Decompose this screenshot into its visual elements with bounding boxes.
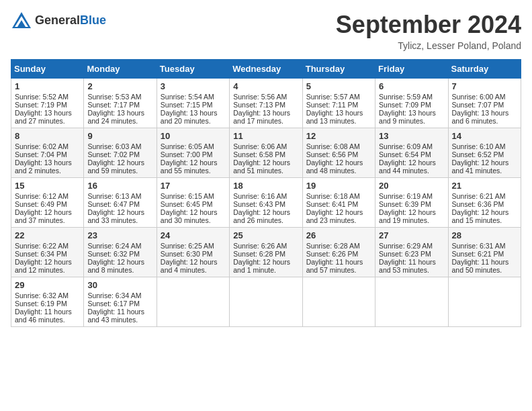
day-number: 28 (452, 230, 517, 240)
day-number: 6 (379, 81, 444, 91)
day-number: 3 (161, 81, 226, 91)
sunset: Sunset: 7:15 PM (161, 101, 213, 109)
sunrise: Sunrise: 6:24 AM (87, 242, 141, 250)
day-number: 27 (379, 230, 444, 240)
day-number: 30 (87, 280, 152, 290)
daylight: Daylight: 13 hours and 2 minutes. (15, 158, 72, 175)
sunrise: Sunrise: 6:29 AM (379, 242, 433, 250)
calendar-cell: 16Sunrise: 6:13 AMSunset: 6:47 PMDayligh… (84, 178, 157, 228)
sunset: Sunset: 7:11 PM (306, 101, 359, 109)
sunset: Sunset: 6:34 PM (15, 250, 67, 258)
calendar-cell: 11Sunrise: 6:06 AMSunset: 6:58 PMDayligh… (230, 128, 302, 178)
daylight: Daylight: 11 hours and 46 minutes. (15, 308, 72, 324)
daylight: Daylight: 12 hours and 55 minutes. (161, 158, 218, 175)
sunset: Sunset: 6:17 PM (87, 300, 140, 308)
calendar-cell: 26Sunrise: 6:28 AMSunset: 6:26 PMDayligh… (302, 228, 375, 277)
calendar-cell: 30Sunrise: 6:34 AMSunset: 6:17 PMDayligh… (84, 277, 157, 327)
sunrise: Sunrise: 5:57 AM (306, 93, 360, 101)
day-number: 1 (15, 81, 80, 91)
sunrise: Sunrise: 6:13 AM (87, 192, 141, 200)
sunset: Sunset: 7:04 PM (15, 150, 67, 158)
calendar-cell: 1Sunrise: 5:52 AMSunset: 7:19 PMDaylight… (11, 79, 84, 128)
daylight: Daylight: 12 hours and 33 minutes. (87, 208, 144, 224)
logo-general: General (35, 13, 80, 28)
calendar-cell: 7Sunrise: 6:00 AMSunset: 7:07 PMDaylight… (448, 79, 521, 128)
calendar-cell (302, 277, 375, 327)
day-number: 2 (87, 81, 152, 91)
sunset: Sunset: 7:07 PM (452, 101, 504, 109)
daylight: Daylight: 13 hours and 17 minutes. (233, 109, 290, 125)
calendar-cell: 24Sunrise: 6:25 AMSunset: 6:30 PMDayligh… (157, 228, 229, 277)
location: Tylicz, Lesser Poland, Poland (336, 40, 521, 51)
sunrise: Sunrise: 6:09 AM (379, 142, 433, 150)
col-saturday: Saturday (448, 60, 521, 79)
sunset: Sunset: 6:58 PM (233, 150, 285, 158)
sunset: Sunset: 6:26 PM (306, 250, 359, 258)
day-number: 11 (233, 131, 298, 141)
daylight: Daylight: 13 hours and 20 minutes. (161, 109, 218, 125)
calendar-cell: 25Sunrise: 6:26 AMSunset: 6:28 PMDayligh… (230, 228, 302, 277)
daylight: Daylight: 12 hours and 41 minutes. (452, 158, 509, 175)
daylight: Daylight: 12 hours and 12 minutes. (15, 258, 72, 274)
daylight: Daylight: 13 hours and 13 minutes. (306, 109, 363, 125)
sunrise: Sunrise: 6:34 AM (87, 291, 141, 300)
calendar-cell: 15Sunrise: 6:12 AMSunset: 6:49 PMDayligh… (11, 178, 84, 228)
day-number: 22 (15, 230, 80, 240)
sunset: Sunset: 6:23 PM (379, 250, 431, 258)
week-row-4: 22Sunrise: 6:22 AMSunset: 6:34 PMDayligh… (11, 228, 521, 277)
col-sunday: Sunday (11, 60, 84, 79)
day-number: 20 (379, 181, 444, 191)
daylight: Daylight: 12 hours and 15 minutes. (452, 208, 509, 224)
calendar-cell: 23Sunrise: 6:24 AMSunset: 6:32 PMDayligh… (84, 228, 157, 277)
daylight: Daylight: 12 hours and 1 minute. (233, 258, 290, 274)
sunrise: Sunrise: 5:59 AM (379, 93, 433, 101)
day-number: 16 (87, 181, 152, 191)
sunset: Sunset: 7:02 PM (87, 150, 140, 158)
sunset: Sunset: 6:43 PM (233, 200, 285, 208)
sunset: Sunset: 6:41 PM (306, 200, 359, 208)
calendar-cell: 22Sunrise: 6:22 AMSunset: 6:34 PMDayligh… (11, 228, 84, 277)
sunset: Sunset: 6:30 PM (161, 250, 213, 258)
day-number: 21 (452, 181, 517, 191)
sunset: Sunset: 6:52 PM (452, 150, 504, 158)
calendar-cell (157, 277, 229, 327)
sunset: Sunset: 6:19 PM (15, 300, 67, 308)
calendar-cell: 14Sunrise: 6:10 AMSunset: 6:52 PMDayligh… (448, 128, 521, 178)
sunset: Sunset: 7:09 PM (379, 101, 431, 109)
daylight: Daylight: 12 hours and 4 minutes. (161, 258, 218, 274)
day-number: 17 (161, 181, 226, 191)
calendar-cell: 10Sunrise: 6:05 AMSunset: 7:00 PMDayligh… (157, 128, 229, 178)
col-wednesday: Wednesday (230, 60, 302, 79)
calendar-cell: 17Sunrise: 6:15 AMSunset: 6:45 PMDayligh… (157, 178, 229, 228)
sunrise: Sunrise: 6:25 AM (161, 242, 214, 250)
day-number: 4 (233, 81, 298, 91)
sunset: Sunset: 6:54 PM (379, 150, 431, 158)
daylight: Daylight: 12 hours and 19 minutes. (379, 208, 436, 224)
daylight: Daylight: 11 hours and 43 minutes. (87, 308, 144, 324)
sunset: Sunset: 6:56 PM (306, 150, 359, 158)
sunrise: Sunrise: 5:52 AM (15, 93, 69, 101)
daylight: Daylight: 12 hours and 48 minutes. (306, 158, 363, 175)
sunrise: Sunrise: 6:26 AM (233, 242, 287, 250)
sunset: Sunset: 7:13 PM (233, 101, 285, 109)
sunrise: Sunrise: 6:08 AM (306, 142, 360, 150)
day-number: 7 (452, 81, 517, 91)
calendar-cell (230, 277, 302, 327)
day-number: 8 (15, 131, 80, 141)
calendar-cell: 3Sunrise: 5:54 AMSunset: 7:15 PMDaylight… (157, 79, 229, 128)
sunrise: Sunrise: 6:12 AM (15, 192, 69, 200)
daylight: Daylight: 12 hours and 26 minutes. (233, 208, 290, 224)
daylight: Daylight: 12 hours and 37 minutes. (15, 208, 72, 224)
daylight: Daylight: 12 hours and 59 minutes. (87, 158, 144, 175)
sunrise: Sunrise: 5:54 AM (161, 93, 214, 101)
day-number: 18 (233, 181, 298, 191)
calendar-cell: 2Sunrise: 5:53 AMSunset: 7:17 PMDaylight… (84, 79, 157, 128)
week-row-1: 1Sunrise: 5:52 AMSunset: 7:19 PMDaylight… (11, 79, 521, 128)
calendar-cell: 19Sunrise: 6:18 AMSunset: 6:41 PMDayligh… (302, 178, 375, 228)
daylight: Daylight: 12 hours and 23 minutes. (306, 208, 363, 224)
calendar-cell: 9Sunrise: 6:03 AMSunset: 7:02 PMDaylight… (84, 128, 157, 178)
month-title: September 2024 (336, 11, 521, 39)
day-number: 9 (87, 131, 152, 141)
daylight: Daylight: 13 hours and 9 minutes. (379, 109, 436, 125)
calendar-cell (375, 277, 448, 327)
